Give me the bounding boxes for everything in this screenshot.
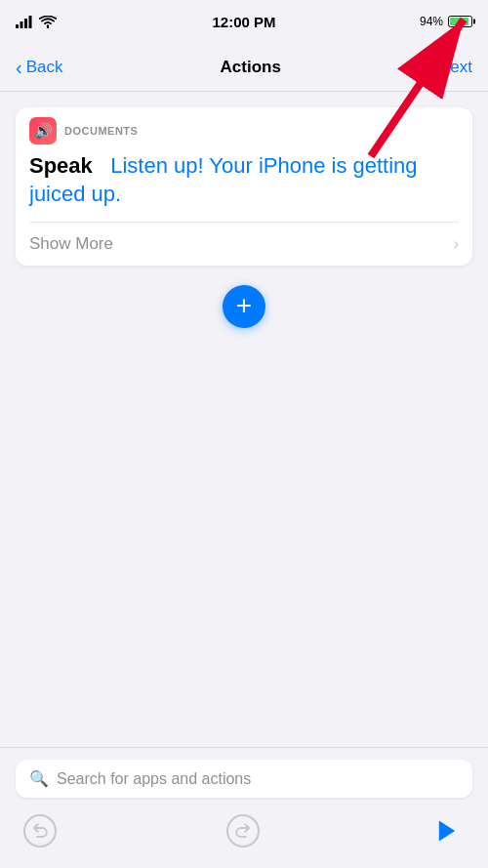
speak-label: Speak [29, 153, 93, 178]
back-button[interactable]: ‹ Back [16, 58, 62, 77]
bottom-area: 🔍 Search for apps and actions [0, 747, 488, 868]
search-bar-container: 🔍 Search for apps and actions [0, 748, 488, 806]
battery-percent: 94% [420, 15, 443, 28]
show-more-chevron-icon: › [454, 235, 459, 253]
wifi-icon [39, 16, 57, 28]
back-chevron-icon: ‹ [16, 58, 22, 77]
redo-button[interactable] [226, 814, 260, 847]
status-time: 12:00 PM [212, 14, 275, 30]
undo-icon [31, 822, 49, 840]
main-content: 🔊 DOCUMENTS Speak Listen up! Your iPhone… [0, 92, 488, 328]
add-action-button[interactable]: + [223, 285, 265, 328]
play-button[interactable] [429, 813, 465, 848]
battery-fill [450, 18, 468, 25]
undo-button[interactable] [23, 814, 57, 847]
svg-rect-3 [29, 16, 32, 28]
plus-icon: + [236, 292, 252, 319]
add-button-container: + [16, 285, 472, 328]
redo-icon [234, 822, 252, 840]
action-card-header: 🔊 DOCUMENTS [16, 107, 472, 150]
svg-rect-1 [20, 21, 23, 28]
status-bar: 12:00 PM 94% [0, 0, 488, 43]
page-title: Actions [221, 58, 281, 77]
status-right: 94% [420, 15, 472, 28]
speak-text: Speak Listen up! Your iPhone is getting … [29, 153, 418, 206]
search-bar[interactable]: 🔍 Search for apps and actions [16, 760, 472, 798]
next-button[interactable]: Next [438, 58, 472, 77]
back-label: Back [26, 58, 63, 77]
play-icon [433, 817, 461, 845]
svg-marker-6 [439, 821, 455, 842]
action-card: 🔊 DOCUMENTS Speak Listen up! Your iPhone… [16, 107, 472, 266]
battery-icon [448, 16, 472, 27]
show-more-label: Show More [29, 234, 113, 254]
speaker-icon: 🔊 [34, 122, 53, 140]
status-left [16, 16, 57, 28]
search-icon: 🔍 [29, 769, 49, 788]
svg-rect-2 [24, 19, 27, 28]
bottom-toolbar [0, 806, 488, 868]
action-icon: 🔊 [29, 117, 57, 145]
action-body: Speak Listen up! Your iPhone is getting … [16, 150, 472, 222]
search-placeholder: Search for apps and actions [57, 770, 251, 788]
signal-icon [16, 16, 33, 28]
nav-bar: ‹ Back Actions Next [0, 43, 488, 92]
svg-rect-0 [16, 24, 19, 28]
action-category: DOCUMENTS [64, 125, 138, 137]
show-more-button[interactable]: Show More › [16, 223, 472, 266]
